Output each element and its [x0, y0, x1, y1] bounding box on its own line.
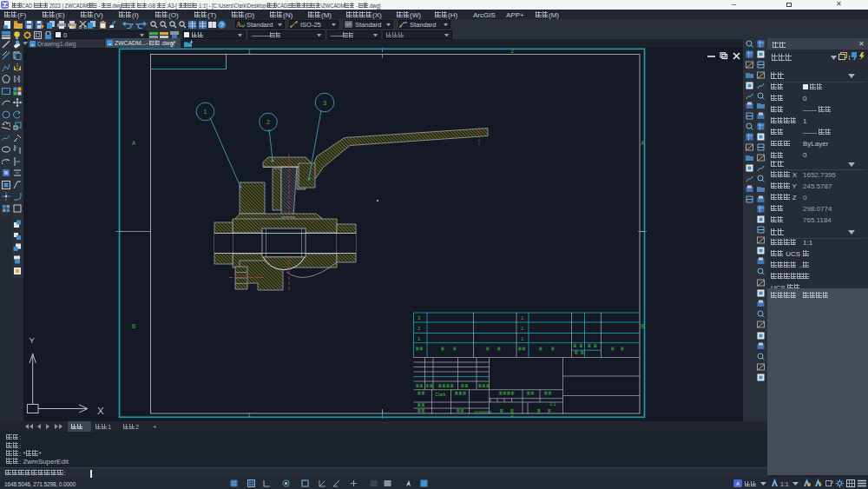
svg-text:1: 1 — [203, 108, 207, 116]
svg-text:2: 2 — [266, 118, 270, 126]
svg-text:2: 2 — [511, 48, 515, 54]
svg-text:1: 1 — [521, 315, 524, 320]
svg-text:A: A — [641, 140, 645, 146]
svg-text:1: 1 — [248, 412, 252, 418]
svg-text:B: B — [641, 323, 644, 329]
svg-text:X: X — [97, 406, 104, 416]
svg-text:3: 3 — [418, 315, 421, 320]
svg-text:Clark: Clark — [435, 392, 446, 397]
svg-text:1: 1 — [418, 336, 421, 341]
svg-text:2: 2 — [418, 326, 421, 331]
svg-text:2: 2 — [511, 412, 515, 418]
svg-text:B: B — [132, 323, 135, 329]
svg-text:Y: Y — [30, 335, 36, 345]
svg-text:2023/09/19: 2023/09/19 — [474, 410, 491, 414]
svg-text:1: 1 — [521, 326, 524, 331]
svg-text:1:1: 1:1 — [549, 401, 556, 406]
svg-text:A: A — [132, 140, 136, 146]
svg-text:w: w — [108, 42, 111, 46]
svg-text:1: 1 — [248, 49, 252, 55]
svg-text:w: w — [31, 42, 34, 46]
svg-text:3: 3 — [323, 99, 326, 107]
svg-text:?: ? — [220, 22, 224, 28]
svg-text:A: A — [736, 481, 740, 486]
svg-text:1: 1 — [521, 336, 524, 341]
svg-text:A: A — [236, 21, 241, 28]
